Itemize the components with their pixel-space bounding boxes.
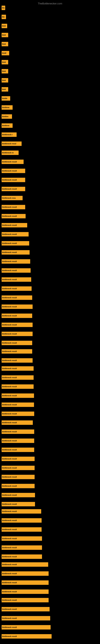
bar-item: Bottleneck result: [1, 466, 35, 470]
bar-item: Bottleneck result: [1, 493, 35, 497]
bar-item: Bottleneck result: [1, 430, 34, 434]
bar-label: Bott: [2, 43, 6, 45]
bar-label: Bottleneck result: [2, 360, 17, 362]
bar-label: Bottleneck result: [2, 431, 17, 433]
bar-item: Bottleneck result: [1, 598, 49, 602]
bar-label: Bottleneck result: [2, 422, 17, 424]
bar: Bottleneck result: [1, 438, 34, 443]
bar-item: Bottleneck result: [1, 580, 49, 585]
bar-label: Bottleneck result: [2, 161, 17, 163]
bar: Bottleneck result: [1, 314, 32, 318]
bar-label: Bottleneck result: [2, 564, 17, 566]
bar: Bott: [1, 60, 8, 64]
bar-item: Bottlen: [1, 114, 12, 119]
bar: Bott: [1, 33, 8, 37]
bar-item: Bottleneck r: [1, 132, 17, 137]
bar-label: Bott: [2, 88, 6, 90]
bar-label: Bottleneck result: [2, 458, 17, 460]
bar-label: Bottleneck resu: [2, 197, 16, 199]
bar-item: Bottleneck result: [1, 420, 33, 425]
bar: Bottleneck result: [1, 466, 35, 470]
bar: Bottleneck result: [1, 430, 34, 434]
bar-item: Bottleneck result: [1, 214, 26, 218]
bar: Bottleneck result: [1, 554, 42, 559]
bar-label: Bottleneck result: [2, 242, 17, 244]
bar-label: Bottleneck result: [2, 278, 17, 280]
bar-label: Bottleneck result: [2, 617, 17, 619]
bar: Bott: [1, 69, 8, 74]
bar: Bott: [1, 78, 8, 82]
bar-label: Bottlene: [2, 124, 9, 126]
bar-item: Bottleneck result: [1, 562, 48, 567]
bar: Bottleneck result: [1, 332, 33, 336]
bar-item: Bottleneck result: [1, 484, 35, 488]
bar-item: Bottleneck result: [1, 607, 50, 612]
bar-item: Bottleneck result: [1, 322, 33, 327]
bar: Bottleneck result: [1, 223, 27, 228]
bar: Bottleneck result: [1, 457, 35, 461]
bar: Bottleneck result: [1, 448, 34, 452]
bar: Bo: [1, 15, 6, 19]
bar-item: Bottleneck result: [1, 475, 35, 479]
bar: Bottleneck result: [1, 268, 31, 273]
bar-label: Bottleneck r: [2, 134, 13, 136]
bar-item: Bottleneck result: [1, 232, 29, 236]
bar-item: Bottleneck result: [1, 358, 33, 363]
bar-label: Bottleneck result: [2, 599, 17, 601]
bar: Bo: [1, 6, 5, 10]
bar: Bottleneck result: [1, 502, 35, 506]
bar-item: Bottleneck result: [1, 250, 30, 254]
bar: Bottleneck result: [1, 366, 34, 371]
bar-item: Bottleneck result: [1, 394, 34, 398]
bar-item: Bottleneck result: [1, 223, 27, 228]
bar-label: Bottleneck result: [2, 315, 17, 317]
bar-label: Bottleneck result: [2, 467, 17, 469]
bar-item: Bottleneck result: [1, 241, 29, 246]
bar: Bottleneck result: [1, 394, 34, 398]
bar-item: Bottleneck result: [1, 304, 33, 309]
bar-item: Bo: [1, 15, 6, 19]
bar-label: Bo: [2, 7, 4, 9]
bar: Bottleneck result: [1, 536, 42, 541]
bar-label: Bottleneck result: [2, 440, 17, 442]
bar-item: Bott: [1, 87, 8, 92]
bar-label: Bottleneck result: [2, 635, 17, 637]
bar-item: Bo: [1, 6, 5, 10]
bar-label: Bottleneck result: [2, 206, 17, 208]
bar-item: Bottleneck result: [1, 457, 35, 461]
bar-label: Bottleneck result: [2, 288, 17, 290]
bar-label: Bottleneck resul: [2, 143, 16, 145]
bar-item: Bottleneck resul: [1, 142, 22, 146]
bar: Bottleneck result: [1, 484, 35, 488]
bar: Bottleneck result: [1, 562, 48, 567]
bar: Bottleneck result: [1, 358, 33, 363]
bar-item: Bottleneck result: [1, 384, 34, 389]
bar-item: Bott: [1, 78, 8, 82]
bar: Bottleneck result: [1, 402, 34, 407]
bar-item: Bottleneck result: [1, 187, 25, 191]
bar-label: Bottleneck result: [2, 342, 17, 344]
bar-label: Bottleneck result: [2, 556, 17, 558]
bar-label: Bottleneck result: [2, 572, 17, 574]
bar-label: Bottleneck result: [2, 503, 17, 505]
bar-label: Bottleneck result: [2, 297, 17, 299]
bar-item: Bott: [1, 42, 8, 46]
bar-label: Bottleneck result: [2, 333, 17, 335]
bar-item: Bottleneck result: [1, 546, 42, 550]
bar-item: Bottleneck result: [1, 332, 33, 336]
bar: Bottleneck result: [1, 616, 50, 620]
bar-item: Bottleneck result: [1, 527, 42, 532]
bar-item: Bottleneck result: [1, 616, 50, 620]
bar: Bottleneck result: [1, 296, 32, 300]
bar-label: Bottleneck result: [2, 306, 17, 308]
bar-label: Bottleneck result: [2, 324, 17, 326]
bar-label: Bottleneck result: [2, 170, 17, 172]
bar-item: Bott: [1, 69, 8, 74]
bar-label: Bottleneck result: [2, 449, 17, 451]
bar: Bottleneck result: [1, 214, 26, 218]
bar-label: Bottleneck result: [2, 395, 17, 397]
bar-item: Bottleneck result: [1, 448, 34, 452]
bar-label: Bottleneck result: [2, 494, 17, 496]
bar-label: Bottleneck result: [2, 608, 17, 610]
bar: Bottleneck result: [1, 241, 29, 246]
